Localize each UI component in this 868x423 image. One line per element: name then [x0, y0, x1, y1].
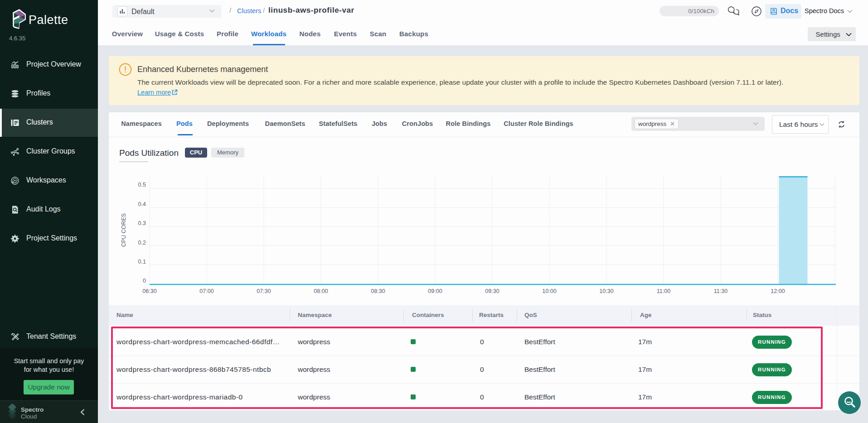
svg-text:08:00: 08:00	[314, 288, 328, 294]
svg-text:0.4: 0.4	[138, 201, 146, 207]
svg-text:CPU CORES: CPU CORES	[121, 213, 127, 247]
svg-text:0.3: 0.3	[138, 220, 146, 226]
svg-text:10:30: 10:30	[599, 288, 613, 294]
svg-text:0: 0	[143, 278, 146, 284]
svg-text:09:30: 09:30	[485, 288, 499, 294]
svg-text:12:00: 12:00	[771, 288, 785, 294]
svg-text:0.5: 0.5	[138, 182, 146, 188]
svg-text:0.1: 0.1	[138, 259, 146, 265]
svg-text:09:00: 09:00	[428, 288, 442, 294]
svg-text:10:00: 10:00	[542, 288, 556, 294]
svg-text:08:30: 08:30	[371, 288, 385, 294]
svg-text:11:30: 11:30	[714, 288, 727, 294]
svg-text:06:30: 06:30	[142, 288, 156, 294]
svg-text:07:30: 07:30	[257, 288, 271, 294]
svg-text:07:00: 07:00	[199, 288, 213, 294]
svg-text:0.2: 0.2	[138, 240, 146, 246]
svg-text:11:00: 11:00	[657, 288, 670, 294]
